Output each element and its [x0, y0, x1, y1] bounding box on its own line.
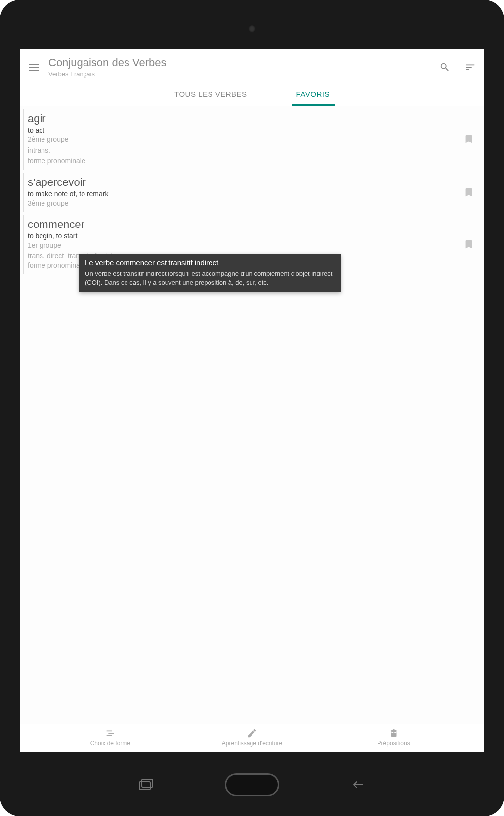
svg-rect-0 — [139, 782, 150, 790]
app-screen: Conjugaison des Verbes Verbes Français T… — [20, 49, 484, 752]
book-icon — [388, 728, 399, 739]
verb-translation: to begin, to start — [28, 232, 463, 240]
tablet-camera — [248, 25, 256, 33]
bottom-nav: Choix de forme Aprentissage d'écriture P… — [20, 724, 484, 752]
bookmark-icon[interactable] — [463, 238, 474, 251]
back-button[interactable] — [348, 777, 368, 792]
app-title: Conjugaison des Verbes — [48, 56, 430, 69]
tooltip-body: Un verbe est transitif indirect lorsqu'i… — [85, 270, 335, 287]
verb-item-sapercevoir[interactable]: s'apercevoir to make note of, to remark … — [23, 173, 479, 213]
tag-trans-direct[interactable]: trans. direct — [28, 252, 64, 260]
recent-apps-button[interactable] — [136, 777, 156, 792]
hardware-buttons — [0, 773, 504, 796]
nav-prepositions[interactable]: Prépositions — [357, 728, 431, 747]
toolbar-icons — [439, 61, 476, 73]
search-icon[interactable] — [439, 61, 451, 73]
grammar-tooltip: Le verbe commencer est transitif indirec… — [79, 254, 341, 292]
tab-all-verbs[interactable]: TOUS LES VERBES — [169, 83, 252, 106]
nav-label: Choix de forme — [90, 740, 130, 747]
verb-name: commencer — [28, 218, 463, 231]
verb-translation: to act — [28, 126, 463, 134]
verb-tags: intrans. — [28, 146, 463, 156]
home-button[interactable] — [225, 773, 279, 796]
app-subtitle: Verbes Français — [48, 70, 430, 78]
form-icon — [105, 728, 116, 739]
verb-name: agir — [28, 112, 463, 125]
svg-rect-1 — [142, 779, 153, 787]
verb-body: s'apercevoir to make note of, to remark … — [28, 176, 463, 209]
bookmark-icon[interactable] — [463, 133, 474, 145]
verb-name: s'apercevoir — [28, 176, 463, 189]
app-titles: Conjugaison des Verbes Verbes Français — [48, 56, 430, 78]
tab-bar: TOUS LES VERBES FAVORIS — [20, 83, 484, 106]
tab-favorites[interactable]: FAVORIS — [292, 83, 335, 106]
nav-writing-practice[interactable]: Aprentissage d'écriture — [215, 728, 289, 747]
bookmark-icon[interactable] — [463, 186, 474, 199]
verb-item-agir[interactable]: agir to act 2ème groupe intrans. forme p… — [23, 109, 479, 170]
nav-label: Aprentissage d'écriture — [222, 740, 282, 747]
menu-icon[interactable] — [28, 61, 40, 73]
tooltip-title: Le verbe commencer est transitif indirec… — [85, 258, 335, 268]
verb-group: 2ème groupe — [28, 135, 463, 145]
app-bar: Conjugaison des Verbes Verbes Français — [20, 49, 484, 83]
sort-icon[interactable] — [464, 61, 476, 73]
verb-group: 1er groupe — [28, 241, 463, 251]
verb-list[interactable]: agir to act 2ème groupe intrans. forme p… — [20, 106, 484, 724]
nav-form-choice[interactable]: Choix de forme — [73, 728, 147, 747]
pencil-icon — [247, 728, 257, 739]
nav-label: Prépositions — [378, 740, 410, 747]
verb-group: 3ème groupe — [28, 199, 463, 209]
tablet-frame: Conjugaison des Verbes Verbes Français T… — [0, 0, 504, 816]
verb-translation: to make note of, to remark — [28, 190, 463, 198]
verb-body: agir to act 2ème groupe intrans. forme p… — [28, 112, 463, 166]
verb-extra: forme pronominale — [28, 156, 463, 166]
